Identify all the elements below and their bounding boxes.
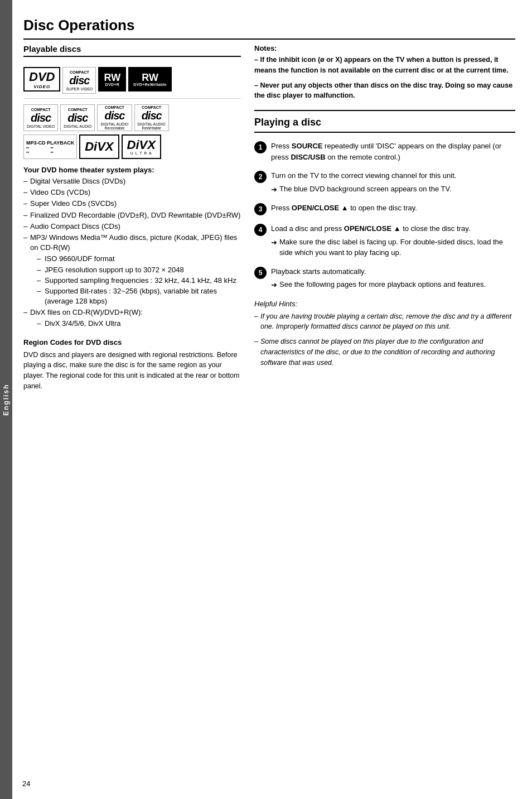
step-4: 4 Load a disc and press OPEN/CLOSE ▲ to … <box>254 223 515 258</box>
disc-logos-row3: MP3-CD PLAYBACK ▪▪ ▪▪ ▪▪ ▪▪ DiVX <box>23 134 241 159</box>
two-column-layout: Playable discs DVD VIDEO COMPACT disc SU… <box>23 44 515 392</box>
compact-digital-audio-logo: COMPACT disc DIGITAL AUDIO <box>60 104 95 131</box>
compact-recordable-logo: COMPACT disc DIGITAL AUDIO Recordable <box>97 104 132 131</box>
region-section: Region Codes for DVD discs DVD discs and… <box>23 338 241 392</box>
playable-discs-title: Playable discs <box>23 44 241 57</box>
sub-list-item: Supported Bit-rates : 32~256 (kbps), var… <box>37 286 241 306</box>
plays-list: Digital Versatile Discs (DVDs) Video CDs… <box>23 176 241 329</box>
main-content: Disc Operations Playable discs DVD VIDEO… <box>12 0 532 799</box>
mp3-playback-logo: MP3-CD PLAYBACK ▪▪ ▪▪ ▪▪ ▪▪ <box>23 134 77 159</box>
note-1: – If the inhibit icon (ø or X) appears o… <box>254 55 515 76</box>
step-number-4: 4 <box>254 224 267 236</box>
helpful-hints: Helpful Hints: If you are having trouble… <box>254 300 515 368</box>
step-content-1: Press SOURCE repeatedly until 'DISC' app… <box>271 141 515 162</box>
step-1: 1 Press SOURCE repeatedly until 'DISC' a… <box>254 141 515 162</box>
steps-list: 1 Press SOURCE repeatedly until 'DISC' a… <box>254 141 515 291</box>
notes-title: Notes: <box>254 44 515 52</box>
divx-sub-list: DivX 3/4/5/6, DivX Ultra <box>30 319 241 329</box>
step-content-4: Load a disc and press OPEN/CLOSE ▲ to cl… <box>271 223 515 258</box>
arrow-icon-3: ➜ <box>271 280 277 291</box>
step-number-2: 2 <box>254 171 267 183</box>
dvd-r-logo: RW DVD+R <box>98 67 126 92</box>
disc-logos-row1: DVD VIDEO COMPACT disc SUPER VIDEO RW DV… <box>23 62 241 99</box>
step-2: 2 Turn on the TV to the correct viewing … <box>254 170 515 195</box>
list-item: Audio Compact Discs (CDs) <box>23 222 241 232</box>
list-item: Video CDs (VCDs) <box>23 187 241 198</box>
mp3-sub-list: ISO 9660/UDF format JPEG resolution supp… <box>30 254 241 306</box>
region-title: Region Codes for DVD discs <box>23 338 241 346</box>
right-column: Notes: – If the inhibit icon (ø or X) ap… <box>254 44 515 392</box>
compact-digital-video-logo: COMPACT disc DIGITAL VIDEO <box>23 104 58 131</box>
divx-logo: DiVX <box>79 134 119 159</box>
side-tab: English <box>0 0 12 799</box>
list-item: Finalized DVD Recordable (DVD±R), DVD Re… <box>23 210 241 220</box>
helpful-hint-1: If you are having trouble playing a cert… <box>254 311 515 333</box>
arrow-icon: ➜ <box>271 184 277 195</box>
list-item: Digital Versatile Discs (DVDs) <box>23 176 241 186</box>
compact-rewritable-logo: COMPACT disc DIGITAL AUDIO ReWritable <box>134 104 169 131</box>
left-column: Playable discs DVD VIDEO COMPACT disc SU… <box>23 44 241 392</box>
note-2: – Never put any objects other than discs… <box>254 80 515 102</box>
divx-ultra-logo: DiVX U L T R A <box>122 134 161 159</box>
step-content-3: Press OPEN/CLOSE ▲ to open the disc tray… <box>271 203 417 214</box>
page-title: Disc Operations <box>23 17 515 40</box>
plays-title: Your DVD home theater system plays: <box>23 166 241 174</box>
step-3: 3 Press OPEN/CLOSE ▲ to open the disc tr… <box>254 203 515 215</box>
sub-list-item: Supported sampling frequencies : 32 kHz,… <box>37 276 241 286</box>
step-content-5: Playback starts automatically. ➜ See the… <box>271 266 486 291</box>
arrow-icon-2: ➜ <box>271 237 277 248</box>
region-text: DVD discs and players are designed with … <box>23 350 241 392</box>
disc-logos-row2: COMPACT disc DIGITAL VIDEO COMPACT disc … <box>23 104 241 131</box>
list-item: Super Video CDs (SVCDs) <box>23 199 241 209</box>
sub-list-item: JPEG resolution support up to 3072 × 204… <box>37 265 241 275</box>
step-content-2: Turn on the TV to the correct viewing ch… <box>271 170 456 195</box>
page-number: 24 <box>22 779 30 788</box>
notes-box: Notes: – If the inhibit icon (ø or X) ap… <box>254 44 515 101</box>
step-2-arrow: ➜ The blue DVD background screen appears… <box>271 184 456 195</box>
helpful-hints-title: Helpful Hints: <box>254 300 515 308</box>
sub-list-item: DivX 3/4/5/6, DivX Ultra <box>37 319 241 329</box>
step-5: 5 Playback starts automatically. ➜ See t… <box>254 266 515 291</box>
dvd-rw-logo: RW DVD+ReWritable <box>128 67 172 92</box>
step-4-arrow: ➜ Make sure the disc label is facing up.… <box>271 237 515 258</box>
playing-section: Playing a disc 1 Press SOURCE repeatedly… <box>254 110 515 368</box>
step-number-5: 5 <box>254 267 267 279</box>
list-item-mp3: MP3/ Windows Media™ Audio discs, picture… <box>23 233 241 306</box>
list-item-divx: DivX files on CD-R(W)/DVD+R(W): DivX 3/4… <box>23 307 241 329</box>
page-container: English Disc Operations Playable discs D… <box>0 0 532 799</box>
step-number-3: 3 <box>254 203 267 215</box>
side-label: English <box>2 383 10 415</box>
step-number-1: 1 <box>254 141 267 153</box>
compact-super-video-logo: COMPACT disc SUPER VIDEO <box>62 67 96 94</box>
dvd-video-logo: DVD VIDEO <box>23 67 60 92</box>
playing-title: Playing a disc <box>254 117 515 133</box>
sub-list-item: ISO 9660/UDF format <box>37 254 241 264</box>
step-5-arrow: ➜ See the following pages for more playb… <box>271 279 486 291</box>
helpful-hint-2: Some discs cannot be played on this play… <box>254 336 515 368</box>
